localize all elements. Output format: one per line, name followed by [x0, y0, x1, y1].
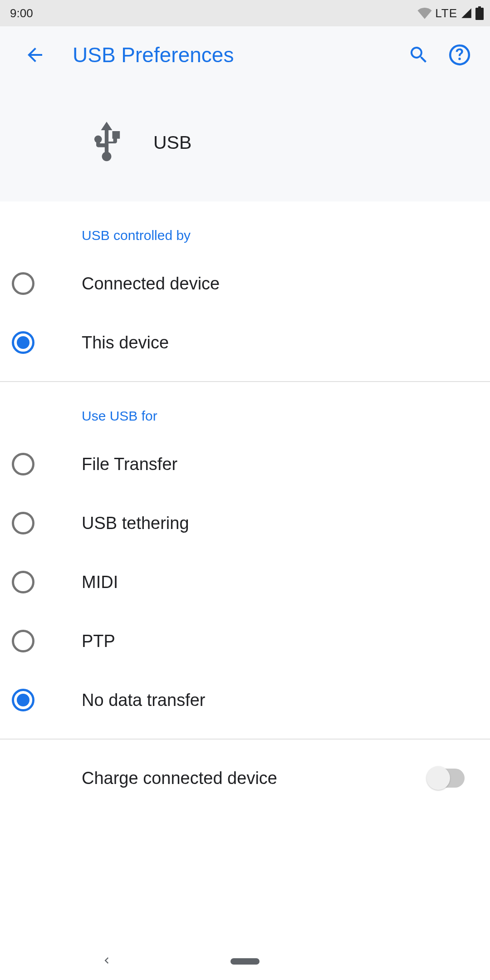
status-time: 9:00: [10, 6, 33, 20]
chevron-left-icon: [100, 954, 113, 967]
radio-usb-tethering[interactable]: USB tethering: [0, 494, 490, 553]
radio-icon: [12, 512, 34, 534]
section-use-usb-for: Use USB for: [0, 382, 490, 435]
usb-header: USB: [0, 83, 490, 201]
back-button[interactable]: [19, 39, 51, 71]
toggle-label: Charge connected device: [82, 769, 427, 788]
radio-this-device[interactable]: This device: [0, 313, 490, 372]
status-icons: LTE: [417, 6, 484, 20]
app-bar: USB Preferences: [0, 26, 490, 83]
search-icon: [408, 44, 430, 66]
radio-label: This device: [82, 333, 169, 353]
arrow-back-icon: [24, 44, 46, 66]
radio-midi[interactable]: MIDI: [0, 553, 490, 612]
nav-home-pill[interactable]: [230, 958, 260, 965]
radio-connected-device[interactable]: Connected device: [0, 254, 490, 313]
radio-file-transfer[interactable]: File Transfer: [0, 435, 490, 494]
search-button[interactable]: [403, 39, 435, 71]
radio-icon: [12, 272, 34, 295]
page-title: USB Preferences: [73, 43, 403, 67]
switch-off-icon: [427, 769, 465, 788]
nav-bar: [0, 943, 490, 980]
radio-label: No data transfer: [82, 691, 205, 710]
nav-back-button[interactable]: [100, 954, 113, 969]
help-icon: [448, 44, 471, 66]
radio-label: Connected device: [82, 274, 220, 294]
usb-header-label: USB: [153, 132, 191, 153]
usb-icon: [82, 118, 132, 167]
radio-no-data-transfer[interactable]: No data transfer: [0, 671, 490, 730]
battery-icon: [475, 6, 484, 20]
radio-icon: [12, 571, 34, 593]
radio-label: USB tethering: [82, 514, 189, 533]
radio-icon: [12, 331, 34, 354]
toggle-charge-connected[interactable]: Charge connected device: [0, 740, 490, 817]
radio-icon: [12, 689, 34, 711]
radio-label: File Transfer: [82, 455, 177, 474]
help-button[interactable]: [444, 39, 475, 71]
radio-icon: [12, 630, 34, 652]
section-usb-controlled-by: USB controlled by: [0, 201, 490, 254]
wifi-icon: [417, 7, 432, 19]
signal-icon: [460, 7, 473, 19]
radio-label: PTP: [82, 632, 115, 651]
network-label: LTE: [435, 6, 457, 20]
radio-ptp[interactable]: PTP: [0, 612, 490, 671]
radio-label: MIDI: [82, 573, 118, 592]
status-bar: 9:00 LTE: [0, 0, 490, 26]
radio-icon: [12, 453, 34, 475]
